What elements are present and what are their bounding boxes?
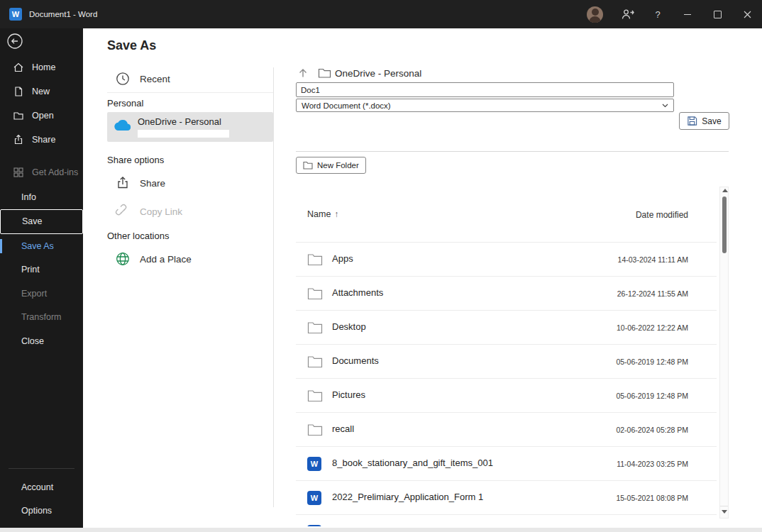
nav-item-onedrive-personal[interactable]: OneDrive - Personal [107,112,273,142]
word-file-icon: W [307,491,321,505]
sidebar-item-save[interactable]: Save [0,209,83,235]
sidebar-item-account[interactable]: Account [0,475,83,499]
folder-icon [307,423,323,436]
word-window: W Document1 - Word ? Home [0,0,762,532]
nav-item-label: Recent [140,74,170,84]
folder-icon [307,253,323,266]
maximize-button[interactable] [702,0,732,28]
folder-icon [307,355,323,368]
scroll-down-button[interactable] [720,506,728,517]
save-button-label: Save [702,116,721,126]
file-list-scrollbar[interactable] [719,187,729,519]
onedrive-cloud-icon [114,118,132,131]
addins-grid-icon [13,167,24,178]
sidebar-item-options[interactable]: Options [0,499,83,523]
sidebar-item-new[interactable]: New [0,79,83,104]
account-avatar[interactable] [587,6,603,23]
save-as-page: Save As Recent Personal OneDrive - Perso… [83,28,762,528]
nav-item-share[interactable]: Share [107,172,273,194]
file-row-word-doc[interactable]: W 2022_Prelimiary_Application_Form 1 15-… [296,481,717,515]
sidebar-item-save-as[interactable]: Save As [0,234,83,258]
back-button[interactable] [6,33,23,50]
filename-input[interactable] [296,82,674,97]
chevron-down-icon [662,104,668,108]
file-name: Pictures [332,389,365,400]
onedrive-account-redacted [138,130,229,138]
nav-item-recent[interactable]: Recent [107,67,273,90]
save-panel: OneDrive - Personal Word Document (*.doc… [296,67,729,529]
copy-link-icon [114,203,131,220]
new-folder-label: New Folder [317,161,359,170]
file-row-attachments[interactable]: Attachments 26-12-2024 11:55 AM [296,277,717,311]
scrollbar-thumb[interactable] [722,196,727,253]
file-name: 2022_Prelimiary_Application_Form 1 [332,492,483,502]
scroll-up-icon[interactable] [722,189,728,192]
sidebar-item-get-addins[interactable]: Get Add-ins [0,160,83,184]
folder-icon [307,321,323,334]
word-file-icon: W [307,525,321,526]
window-title: Document1 - Word [29,10,97,18]
breadcrumb-location[interactable]: OneDrive - Personal [335,68,421,79]
new-folder-button[interactable]: New Folder [296,157,366,174]
file-list: Apps 14-03-2024 11:11 AM Attachments 26-… [296,242,717,526]
sidebar-item-transform[interactable]: Transform [0,306,83,330]
personal-header: Personal [107,96,143,110]
open-folder-icon [13,110,24,121]
save-floppy-icon [687,116,697,126]
up-directory-icon[interactable] [297,67,309,79]
sidebar-item-open[interactable]: Open [0,104,83,128]
close-button[interactable] [732,0,762,28]
folder-icon [307,389,323,402]
sidebar-item-label: Transform [21,312,62,322]
column-header-date-modified[interactable]: Date modified [636,210,688,220]
share-box-icon [114,174,131,192]
file-name: Attachments [332,287,383,298]
sidebar-item-share[interactable]: Share [0,128,83,152]
sidebar-item-label: Open [32,111,54,121]
sort-ascending-icon: ↑ [334,209,338,219]
sidebar-item-home[interactable]: Home [0,55,83,79]
sidebar-item-export[interactable]: Export [0,282,83,306]
filetype-value: Word Document (*.docx) [302,101,391,110]
file-name: Apps [332,253,353,264]
file-row-documents[interactable]: Documents 05-06-2019 12:48 PM [296,345,717,379]
clock-icon [114,70,131,87]
home-icon [13,62,24,73]
filetype-dropdown[interactable]: Word Document (*.docx) [296,99,674,112]
sidebar-item-label: Save [22,216,43,226]
file-row-pictures[interactable]: Pictures 05-06-2019 12:48 PM [296,379,717,413]
word-app-icon: W [9,8,22,21]
file-row-word-doc[interactable]: W 8_book_stationary_and_gift_items_001 1… [296,447,717,481]
nav-item-label: Share [140,178,165,189]
nav-item-label: Add a Place [140,254,192,265]
file-date: 26-12-2024 11:55 AM [617,289,688,298]
file-row-recall[interactable]: recall 02-06-2024 05:28 PM [296,413,717,447]
sidebar-item-info[interactable]: Info [0,185,83,209]
file-row-apps[interactable]: Apps 14-03-2024 11:11 AM [296,243,717,277]
sidebar-item-label: Info [21,192,36,202]
sidebar-item-label: Home [32,62,55,72]
sidebar-item-label: Get Add-ins [32,167,78,177]
sidebar-item-label: Share [32,135,55,145]
help-button[interactable]: ? [643,0,673,28]
minimize-button[interactable] [673,0,702,28]
file-row-partial[interactable]: W [296,515,717,526]
column-header-name-label: Name [307,209,331,219]
sidebar-item-close[interactable]: Close [0,329,83,353]
file-date: 05-06-2019 12:48 PM [616,392,688,400]
sidebar-item-print[interactable]: Print [0,258,83,282]
sidebar-item-label: Save As [21,241,54,251]
scroll-down-icon [722,510,727,514]
file-row-desktop[interactable]: Desktop 10-06-2022 12:22 AM [296,311,717,345]
file-date: 15-05-2021 08:08 PM [616,494,688,502]
new-folder-icon [303,161,313,170]
share-contact-icon[interactable] [613,0,643,28]
sidebar-divider [9,468,74,469]
titlebar: W Document1 - Word ? [0,0,762,28]
nav-item-add-a-place[interactable]: Add a Place [107,248,273,270]
nav-item-copy-link[interactable]: Copy Link [107,200,273,223]
column-header-name[interactable]: Name ↑ [307,209,338,219]
save-button[interactable]: Save [679,112,729,130]
file-date: 14-03-2024 11:11 AM [618,255,688,264]
panel-divider [296,151,729,152]
